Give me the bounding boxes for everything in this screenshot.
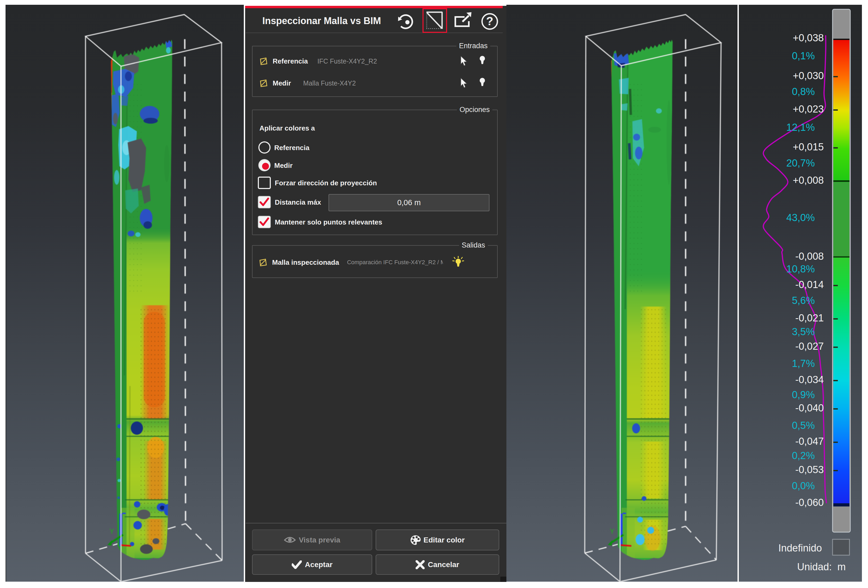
- svg-text:Y: Y: [610, 527, 615, 535]
- svg-text:Y: Y: [109, 527, 114, 535]
- svg-text:?: ?: [486, 15, 493, 28]
